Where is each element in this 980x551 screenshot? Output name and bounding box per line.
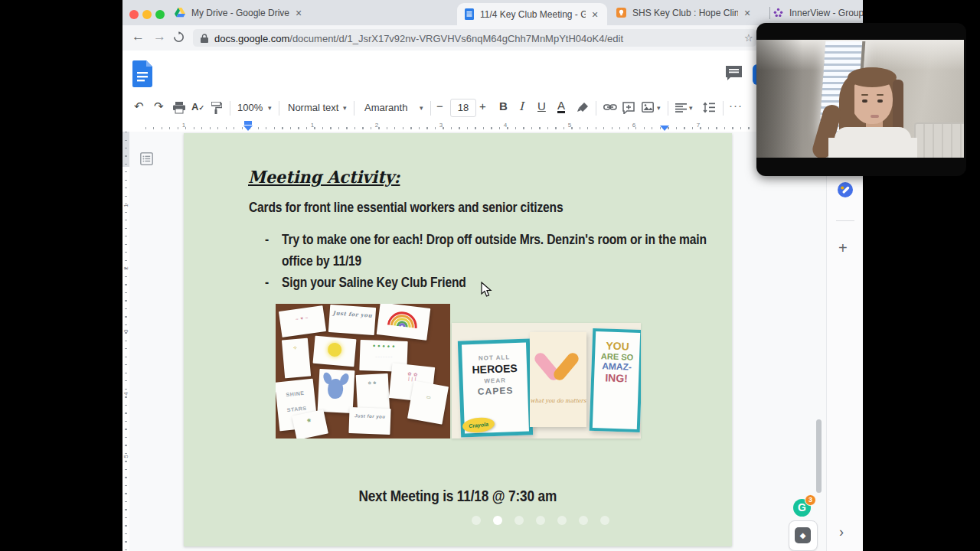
page-dot: [557, 516, 567, 525]
insert-image-icon[interactable]: [642, 102, 654, 112]
hair-side-left: [846, 83, 854, 129]
drive-icon: [175, 8, 185, 18]
webcam-video: [756, 40, 964, 158]
paint-format-icon[interactable]: [211, 102, 222, 114]
amazing-card-line: ING!: [594, 371, 639, 385]
paragraph-style-select[interactable]: Normal text: [288, 102, 338, 113]
ruler-label: 3: [122, 325, 129, 337]
ruler-label: 1: [309, 122, 316, 129]
hair-side-right: [893, 80, 903, 132]
redo-button[interactable]: ↷: [154, 99, 164, 113]
align-button[interactable]: [675, 103, 687, 112]
tab-close-icon[interactable]: ×: [744, 7, 750, 19]
text-color-button[interactable]: A: [557, 99, 565, 113]
ruler-label: 7: [694, 122, 702, 129]
doc-footer-line[interactable]: Next Meeting is 11/18 @ 7:30 am: [184, 487, 732, 505]
highlight-pen-icon[interactable]: [577, 102, 589, 113]
doc-bullet-line[interactable]: office by 11/19: [282, 253, 379, 269]
tab-close-icon[interactable]: ×: [296, 7, 302, 19]
mac-zoom-button[interactable]: [155, 10, 165, 19]
url-host: docs.google.com: [214, 33, 289, 44]
zoom-dropdown-icon[interactable]: ▾: [268, 104, 272, 112]
spellcheck-button[interactable]: A✓: [191, 101, 204, 112]
innerview-icon: [773, 8, 783, 18]
collapse-panel-chevron[interactable]: ›: [839, 524, 844, 540]
tab-close-icon[interactable]: ×: [592, 8, 598, 21]
bookmark-star-icon[interactable]: ☆: [744, 32, 753, 44]
eye: [877, 99, 883, 103]
page-dot-active: [493, 516, 502, 525]
font-size-input[interactable]: 18: [450, 99, 476, 117]
scrollbar-thumb[interactable]: [816, 419, 822, 493]
screen: My Drive - Google Drive × 11/4 Key Club …: [0, 0, 980, 551]
back-button[interactable]: ←: [132, 29, 145, 44]
font-select[interactable]: Amaranth: [364, 102, 407, 113]
ruler-label: 1: [180, 122, 188, 129]
grammarly-badge: 3: [805, 494, 816, 506]
lightbulb-icon: [616, 8, 626, 18]
panel-divider: [836, 220, 854, 221]
tasks-icon[interactable]: [838, 182, 853, 197]
print-icon[interactable]: [173, 102, 185, 114]
page-dot: [536, 516, 545, 525]
wall-shadow: [756, 40, 802, 158]
mac-minimize-button[interactable]: [142, 10, 152, 19]
docs-header: 11/4 Key Club Meeting ☆ File Edit View I…: [122, 51, 863, 96]
bold-button[interactable]: B: [499, 99, 508, 112]
page-dot: [579, 516, 588, 525]
ruler-label: 4: [501, 122, 509, 129]
reload-button[interactable]: [173, 31, 185, 43]
webcam-overlay[interactable]: [756, 23, 966, 176]
greeting-cards-image[interactable]: NOT ALL HEROES WEAR CAPES Crayola what y…: [452, 323, 641, 439]
increase-font-button[interactable]: +: [479, 99, 486, 112]
insert-link-icon[interactable]: [603, 103, 617, 112]
align-dropdown-icon[interactable]: ▾: [689, 104, 693, 112]
mouse-cursor: [481, 282, 492, 298]
zoom-select[interactable]: 100%: [237, 102, 263, 113]
doc-bullet-line[interactable]: Sign your Saline Key Club Friend: [282, 274, 506, 291]
line-spacing-button[interactable]: [703, 102, 715, 113]
doc-heading[interactable]: Meeting Activity:: [248, 167, 410, 187]
mac-close-button[interactable]: [129, 10, 139, 19]
tab-divider: [769, 7, 770, 19]
undo-button[interactable]: ↶: [134, 99, 144, 113]
more-options-button[interactable]: ···: [729, 99, 743, 112]
underline-button[interactable]: U: [537, 99, 546, 112]
tab-title: SHS Key Club : Hope Clinic Th: [632, 8, 738, 18]
tab-shs-key-club[interactable]: SHS Key Club : Hope Clinic Th ×: [616, 0, 766, 25]
image-dropdown-icon[interactable]: ▾: [657, 104, 661, 112]
explore-button[interactable]: ◆: [789, 520, 818, 551]
ruler-label: 3: [437, 122, 445, 129]
ruler-label: 5: [122, 451, 129, 463]
comment-history-icon[interactable]: [724, 64, 743, 83]
add-comment-icon[interactable]: [622, 102, 635, 114]
hairline: [848, 67, 897, 87]
ruler-label: 2: [373, 122, 381, 129]
first-line-indent-marker[interactable]: [244, 121, 252, 125]
docs-file-icon[interactable]: [132, 60, 152, 87]
tab-title: My Drive - Google Drive: [191, 8, 289, 18]
get-addons-button[interactable]: +: [838, 240, 848, 257]
heart-doodle: [551, 350, 580, 383]
decrease-font-button[interactable]: −: [436, 99, 443, 112]
eyebrow: [877, 94, 884, 96]
style-dropdown-icon[interactable]: ▾: [343, 104, 347, 112]
browser-tab-strip: My Drive - Google Drive × 11/4 Key Club …: [122, 0, 863, 25]
italic-button[interactable]: I: [519, 99, 524, 113]
tab-my-drive[interactable]: My Drive - Google Drive ×: [175, 0, 329, 25]
document-outline-button[interactable]: [140, 152, 153, 165]
lock-icon: [201, 34, 208, 43]
handmade-cards-photo[interactable]: ~ ♥ ~ Just for you ⁘ ● ● ● ● ●_______ SH…: [276, 304, 450, 439]
rainbow-doodle: [387, 308, 419, 329]
doc-paragraph[interactable]: Cards for front line essential workers a…: [249, 199, 632, 216]
eye: [862, 99, 867, 103]
explore-diamond-icon: ◆: [795, 527, 811, 543]
font-dropdown-icon[interactable]: ▾: [420, 104, 423, 112]
tab-key-club-meeting-active[interactable]: 11/4 Key Club Meeting - Goog ×: [457, 3, 607, 25]
doc-bullet-line[interactable]: Try to make one for each! Drop off outsi…: [282, 231, 800, 248]
document-page[interactable]: Meeting Activity: Cards for front line e…: [184, 133, 732, 546]
left-indent-marker[interactable]: [243, 126, 253, 131]
right-indent-marker[interactable]: [660, 126, 669, 131]
forward-button[interactable]: →: [153, 29, 166, 44]
document-canvas: Meeting Activity: Cards for front line e…: [129, 132, 826, 551]
